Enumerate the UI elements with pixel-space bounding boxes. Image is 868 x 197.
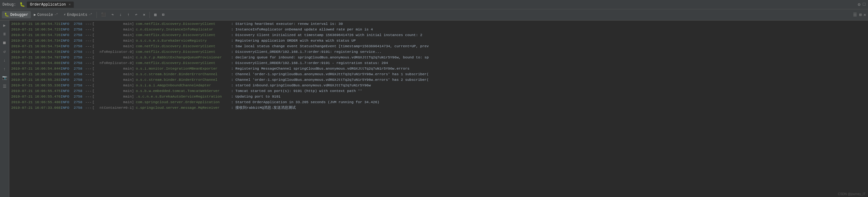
- variables-btn[interactable]: ⊟: [160, 11, 167, 18]
- debugger-tab-btn[interactable]: 🐛 Debugger: [2, 11, 31, 18]
- sidebar-menu-icon[interactable]: ☰: [1, 83, 8, 90]
- log-bracket-close: ]: [132, 105, 134, 111]
- restore-icon[interactable]: □: [863, 2, 866, 7]
- log-line: 2019-07-21 16:06:54.723 INFO 2758 --- [ …: [9, 27, 868, 32]
- step-out-btn[interactable]: ↑: [125, 11, 132, 18]
- log-bracket-open: [: [92, 49, 94, 55]
- log-bracket-close: ]: [132, 88, 134, 94]
- log-bracket-open: [: [92, 55, 94, 60]
- menu-icon[interactable]: ☰: [853, 12, 857, 17]
- log-line: 2019-07-21 16:06:54.736 INFO 2758 --- [ …: [9, 49, 868, 55]
- log-class: o.s.i.a.i.AmqpInboundChannelAdapter: [136, 83, 229, 88]
- log-timestamp: 2019-07-21 16:06:55.283: [11, 77, 61, 83]
- log-timestamp: 2019-07-21 16:07:33.068: [11, 105, 61, 111]
- evaluate-btn[interactable]: ✕: [141, 11, 148, 18]
- log-thread: nfoReplicator-0: [94, 49, 132, 55]
- sidebar-up-icon[interactable]: ↑: [1, 65, 8, 73]
- log-level: INFO: [61, 27, 72, 32]
- log-timestamp: 2019-07-21 16:06:54.723: [11, 27, 61, 32]
- log-thread: main: [94, 88, 132, 94]
- log-bracket-close: ]: [132, 77, 134, 83]
- log-bracket-close: ]: [132, 49, 134, 55]
- log-sep: ---: [85, 100, 92, 105]
- sidebar-resume-icon[interactable]: ▶: [1, 22, 8, 29]
- log-bracket-close: ]: [132, 32, 134, 38]
- close-toolbar-icon[interactable]: ✕: [864, 12, 866, 17]
- step-over-btn[interactable]: ↷: [109, 11, 116, 18]
- title-bar: Debug: 🐛 OrderApplication × ⚙ □: [0, 0, 868, 9]
- log-bracket-open: [: [92, 77, 94, 83]
- log-bracket-open: [: [92, 105, 94, 111]
- log-thread: main: [94, 43, 132, 49]
- sidebar-down-icon[interactable]: ↓: [1, 56, 8, 64]
- log-message: : DiscoveryClient_ORDER/192.168.1.7:orde…: [231, 49, 866, 55]
- log-thread: main: [94, 55, 132, 60]
- log-line: 2019-07-21 16:06:55.476 INFO 2758 --- [ …: [9, 94, 868, 100]
- step-into-btn[interactable]: ↓: [117, 11, 124, 18]
- log-thread: main: [94, 100, 132, 105]
- log-thread: main: [94, 66, 132, 72]
- sidebar-camera-icon[interactable]: 📷: [1, 74, 8, 81]
- tab-label: OrderApplication: [30, 2, 66, 7]
- order-application-tab[interactable]: OrderApplication ×: [27, 2, 74, 8]
- log-thread: ntContainer#0-1: [94, 105, 132, 111]
- log-class: c.n.discovery.InstanceInfoReplicator: [136, 27, 229, 32]
- sidebar-restart-icon[interactable]: ↺: [1, 48, 8, 55]
- log-timestamp: 2019-07-21 16:06:54.734: [11, 38, 61, 43]
- log-level: INFO: [61, 38, 72, 43]
- settings-icon[interactable]: ⚙: [858, 2, 860, 7]
- log-pid: 2758: [74, 60, 85, 66]
- log-level: INFO: [61, 72, 72, 77]
- layout-icon[interactable]: ⊞: [859, 12, 862, 17]
- step-out-icon: ↑: [127, 13, 129, 17]
- log-pid: 2758: [74, 100, 85, 105]
- evaluate-icon: ✕: [143, 12, 145, 17]
- log-line: 2019-07-21 16:06:55.480 INFO 2758 --- [ …: [9, 100, 868, 105]
- log-pid: 2758: [74, 27, 85, 32]
- log-level: INFO: [61, 32, 72, 38]
- console-icon: ▶: [34, 12, 36, 17]
- log-bracket-open: [: [92, 60, 94, 66]
- log-bracket-open: [: [92, 43, 94, 49]
- log-timestamp: 2019-07-21 16:06:54.808: [11, 60, 61, 66]
- log-class: o.s.b.w.embedded.tomcat.TomcatWebServer: [136, 88, 229, 94]
- log-message: : Channel 'order-1.springCloudBus.anonym…: [231, 77, 866, 83]
- log-pid: 2758: [74, 32, 85, 38]
- log-thread: main: [94, 94, 132, 100]
- frames-btn[interactable]: ▤: [152, 11, 159, 18]
- sidebar-stop-icon[interactable]: ⏹: [1, 39, 8, 47]
- log-class: o.s.i.monitor.IntegrationMBeanExporter: [136, 66, 229, 72]
- log-timestamp: 2019-07-21 16:06:54.721: [11, 21, 61, 27]
- log-bracket-close: ]: [132, 43, 134, 49]
- debug-label: Debug:: [2, 2, 16, 7]
- log-sep: ---: [85, 43, 92, 49]
- toolbar-sep-1: [96, 12, 97, 18]
- log-timestamp: 2019-07-21 16:06:55.475: [11, 88, 61, 94]
- log-bracket-close: ]: [132, 38, 134, 43]
- log-timestamp: 2019-07-21 16:06:54.726: [11, 32, 61, 38]
- log-sep: ---: [85, 60, 92, 66]
- log-class: com.netflix.discovery.DiscoveryClient: [136, 32, 229, 38]
- frames-icon: ▤: [154, 12, 156, 17]
- log-content: 2019-07-21 16:06:54.721 INFO 2758 --- [ …: [9, 21, 868, 197]
- log-pid: 2758: [74, 55, 85, 60]
- log-message: : 接收到rabbitMQ消息:发送消息测试: [231, 105, 866, 111]
- endpoints-tab-btn[interactable]: ⚡ Endpoints →*: [61, 11, 95, 18]
- run-to-cursor-btn[interactable]: ↶: [133, 11, 140, 18]
- console-tab-btn[interactable]: ▶ Console →*: [31, 11, 61, 18]
- log-message: : Started OrderApplication in 33.205 sec…: [231, 100, 866, 105]
- step-into-icon: ↓: [120, 13, 122, 17]
- log-pid: 2758: [74, 105, 85, 111]
- log-thread: main: [94, 77, 132, 83]
- log-line: 2019-07-21 16:06:54.734 INFO 2758 --- [ …: [9, 38, 868, 43]
- log-level: INFO: [61, 60, 72, 66]
- log-timestamp: 2019-07-21 16:06:55.336: [11, 83, 61, 88]
- log-bracket-open: [: [92, 94, 94, 100]
- log-pid: 2758: [74, 38, 85, 43]
- log-sep: ---: [85, 94, 92, 100]
- tab-close-icon[interactable]: ×: [68, 3, 71, 6]
- sidebar-pause-icon[interactable]: ⏸: [1, 31, 8, 38]
- log-level: INFO: [61, 55, 72, 60]
- resume-btn[interactable]: ⬛: [99, 11, 108, 18]
- log-pid: 2758: [74, 83, 85, 88]
